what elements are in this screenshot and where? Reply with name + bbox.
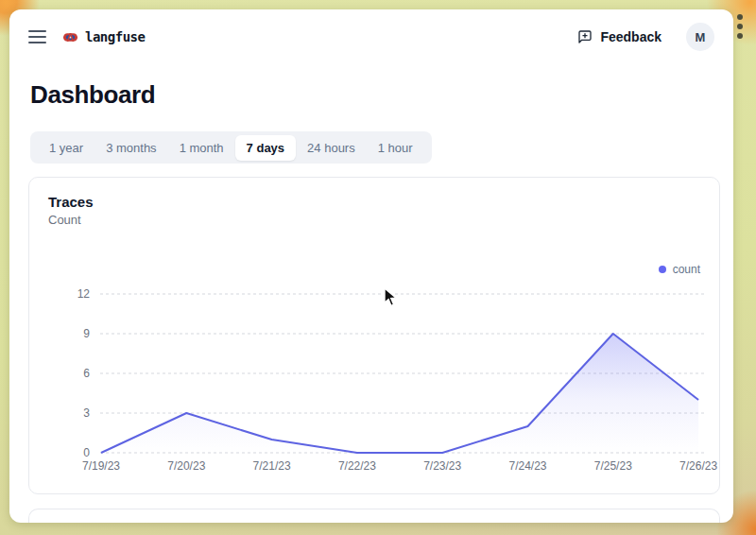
dot-icon [737,33,743,39]
x-axis-tick: 7/26/23 [679,459,717,473]
x-axis-tick: 7/20/23 [167,459,205,473]
y-axis-tick: 12 [77,287,91,301]
time-range-tabs: 1 year 3 months 1 month 7 days 24 hours … [30,131,432,164]
tab-1-month[interactable]: 1 month [168,135,235,161]
hamburger-menu-icon[interactable] [28,30,46,43]
feedback-button[interactable]: Feedback [568,24,671,50]
y-axis-tick: 3 [83,406,90,420]
card-subtitle: Count [48,213,719,227]
x-axis-tick: 7/23/23 [423,459,461,473]
top-bar: langfuse Feedback M [9,9,733,64]
tab-7-days[interactable]: 7 days [235,135,296,161]
y-axis-tick: 6 [83,367,90,380]
next-card-partial [28,509,720,523]
traces-chart-svg: 0369127/19/237/20/237/21/237/22/237/23/2… [29,272,721,490]
card-title: Traces [48,194,719,210]
logo-wordmark: langfuse [85,29,145,44]
traces-card: Traces Count count 0369127/19/237/20/237… [28,177,720,494]
series-area [101,334,698,453]
langfuse-logo[interactable]: langfuse [62,29,145,45]
feedback-label: Feedback [600,29,662,44]
tab-3-months[interactable]: 3 months [94,135,167,161]
dot-icon [737,24,743,29]
tab-1-hour[interactable]: 1 hour [367,135,424,161]
x-axis-tick: 7/21/23 [253,459,291,473]
x-axis-tick: 7/22/23 [338,459,376,473]
user-avatar[interactable]: M [686,23,714,51]
y-axis-tick: 0 [83,446,90,459]
x-axis-tick: 7/19/23 [82,459,120,473]
y-axis-tick: 9 [83,327,90,340]
dot-icon [737,14,743,20]
app-window: langfuse Feedback M Dashboard 1 year 3 m… [9,9,733,523]
message-square-plus-icon [577,29,593,44]
tab-1-year[interactable]: 1 year [38,135,94,161]
x-axis-tick: 7/25/23 [594,459,632,473]
tab-24-hours[interactable]: 24 hours [296,135,367,161]
page-title: Dashboard [30,80,155,110]
frame-dots-menu[interactable] [737,14,745,39]
knot-icon [62,29,78,45]
x-axis-tick: 7/24/23 [508,459,546,473]
